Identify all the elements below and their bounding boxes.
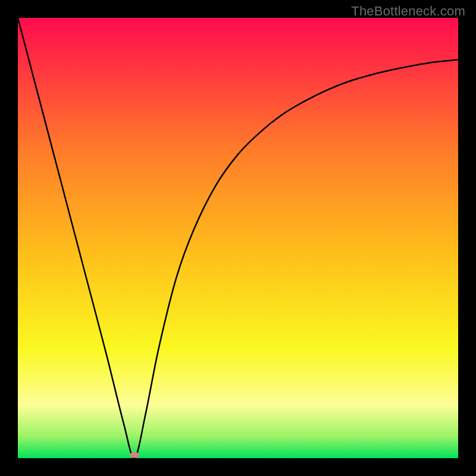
attribution-label: TheBottleneck.com: [351, 4, 465, 19]
chart-frame: TheBottleneck.com: [0, 0, 476, 476]
plot-background: [18, 18, 458, 458]
bottleneck-chart: [18, 18, 458, 458]
minimum-marker: [130, 452, 139, 458]
